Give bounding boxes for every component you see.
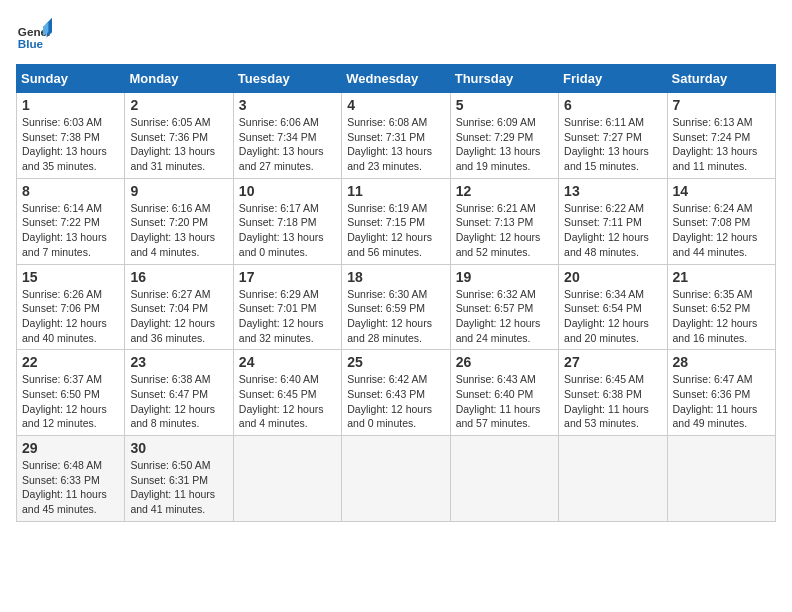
calendar-week-row: 29Sunrise: 6:48 AM Sunset: 6:33 PM Dayli… [17, 436, 776, 522]
logo: General Blue [16, 16, 52, 52]
calendar-day-cell: 22Sunrise: 6:37 AM Sunset: 6:50 PM Dayli… [17, 350, 125, 436]
day-number: 19 [456, 269, 553, 285]
calendar-day-cell: 16Sunrise: 6:27 AM Sunset: 7:04 PM Dayli… [125, 264, 233, 350]
day-info: Sunrise: 6:34 AM Sunset: 6:54 PM Dayligh… [564, 287, 661, 346]
calendar-day-cell: 19Sunrise: 6:32 AM Sunset: 6:57 PM Dayli… [450, 264, 558, 350]
calendar-day-cell: 21Sunrise: 6:35 AM Sunset: 6:52 PM Dayli… [667, 264, 775, 350]
calendar-day-cell: 30Sunrise: 6:50 AM Sunset: 6:31 PM Dayli… [125, 436, 233, 522]
day-number: 11 [347, 183, 444, 199]
weekday-header-friday: Friday [559, 65, 667, 93]
calendar-day-cell: 14Sunrise: 6:24 AM Sunset: 7:08 PM Dayli… [667, 178, 775, 264]
calendar-day-cell: 23Sunrise: 6:38 AM Sunset: 6:47 PM Dayli… [125, 350, 233, 436]
day-info: Sunrise: 6:37 AM Sunset: 6:50 PM Dayligh… [22, 372, 119, 431]
calendar-day-cell: 18Sunrise: 6:30 AM Sunset: 6:59 PM Dayli… [342, 264, 450, 350]
day-number: 5 [456, 97, 553, 113]
calendar-day-cell: 13Sunrise: 6:22 AM Sunset: 7:11 PM Dayli… [559, 178, 667, 264]
calendar-header-row: SundayMondayTuesdayWednesdayThursdayFrid… [17, 65, 776, 93]
calendar-day-cell: 27Sunrise: 6:45 AM Sunset: 6:38 PM Dayli… [559, 350, 667, 436]
day-info: Sunrise: 6:16 AM Sunset: 7:20 PM Dayligh… [130, 201, 227, 260]
day-info: Sunrise: 6:09 AM Sunset: 7:29 PM Dayligh… [456, 115, 553, 174]
day-info: Sunrise: 6:43 AM Sunset: 6:40 PM Dayligh… [456, 372, 553, 431]
calendar-day-cell: 28Sunrise: 6:47 AM Sunset: 6:36 PM Dayli… [667, 350, 775, 436]
svg-text:Blue: Blue [18, 37, 44, 50]
day-number: 29 [22, 440, 119, 456]
calendar-day-cell [450, 436, 558, 522]
calendar-day-cell: 20Sunrise: 6:34 AM Sunset: 6:54 PM Dayli… [559, 264, 667, 350]
day-number: 16 [130, 269, 227, 285]
day-info: Sunrise: 6:32 AM Sunset: 6:57 PM Dayligh… [456, 287, 553, 346]
day-number: 3 [239, 97, 336, 113]
calendar-day-cell: 7Sunrise: 6:13 AM Sunset: 7:24 PM Daylig… [667, 93, 775, 179]
logo-icon: General Blue [16, 16, 52, 52]
day-number: 23 [130, 354, 227, 370]
day-info: Sunrise: 6:29 AM Sunset: 7:01 PM Dayligh… [239, 287, 336, 346]
calendar-day-cell: 4Sunrise: 6:08 AM Sunset: 7:31 PM Daylig… [342, 93, 450, 179]
day-info: Sunrise: 6:27 AM Sunset: 7:04 PM Dayligh… [130, 287, 227, 346]
day-info: Sunrise: 6:21 AM Sunset: 7:13 PM Dayligh… [456, 201, 553, 260]
day-number: 22 [22, 354, 119, 370]
day-info: Sunrise: 6:42 AM Sunset: 6:43 PM Dayligh… [347, 372, 444, 431]
day-number: 18 [347, 269, 444, 285]
calendar-day-cell: 29Sunrise: 6:48 AM Sunset: 6:33 PM Dayli… [17, 436, 125, 522]
day-info: Sunrise: 6:14 AM Sunset: 7:22 PM Dayligh… [22, 201, 119, 260]
weekday-header-sunday: Sunday [17, 65, 125, 93]
day-info: Sunrise: 6:40 AM Sunset: 6:45 PM Dayligh… [239, 372, 336, 431]
day-info: Sunrise: 6:26 AM Sunset: 7:06 PM Dayligh… [22, 287, 119, 346]
calendar-day-cell: 1Sunrise: 6:03 AM Sunset: 7:38 PM Daylig… [17, 93, 125, 179]
day-number: 26 [456, 354, 553, 370]
day-info: Sunrise: 6:13 AM Sunset: 7:24 PM Dayligh… [673, 115, 770, 174]
day-number: 27 [564, 354, 661, 370]
day-info: Sunrise: 6:38 AM Sunset: 6:47 PM Dayligh… [130, 372, 227, 431]
day-number: 13 [564, 183, 661, 199]
day-number: 30 [130, 440, 227, 456]
day-number: 12 [456, 183, 553, 199]
day-number: 1 [22, 97, 119, 113]
day-info: Sunrise: 6:50 AM Sunset: 6:31 PM Dayligh… [130, 458, 227, 517]
weekday-header-wednesday: Wednesday [342, 65, 450, 93]
weekday-header-monday: Monday [125, 65, 233, 93]
day-info: Sunrise: 6:03 AM Sunset: 7:38 PM Dayligh… [22, 115, 119, 174]
calendar-day-cell: 25Sunrise: 6:42 AM Sunset: 6:43 PM Dayli… [342, 350, 450, 436]
calendar-day-cell: 10Sunrise: 6:17 AM Sunset: 7:18 PM Dayli… [233, 178, 341, 264]
calendar-day-cell: 24Sunrise: 6:40 AM Sunset: 6:45 PM Dayli… [233, 350, 341, 436]
day-number: 15 [22, 269, 119, 285]
calendar-day-cell [667, 436, 775, 522]
calendar-day-cell [233, 436, 341, 522]
day-info: Sunrise: 6:06 AM Sunset: 7:34 PM Dayligh… [239, 115, 336, 174]
day-info: Sunrise: 6:05 AM Sunset: 7:36 PM Dayligh… [130, 115, 227, 174]
day-info: Sunrise: 6:08 AM Sunset: 7:31 PM Dayligh… [347, 115, 444, 174]
calendar-day-cell: 12Sunrise: 6:21 AM Sunset: 7:13 PM Dayli… [450, 178, 558, 264]
day-number: 14 [673, 183, 770, 199]
calendar-day-cell: 11Sunrise: 6:19 AM Sunset: 7:15 PM Dayli… [342, 178, 450, 264]
calendar-day-cell: 9Sunrise: 6:16 AM Sunset: 7:20 PM Daylig… [125, 178, 233, 264]
day-info: Sunrise: 6:35 AM Sunset: 6:52 PM Dayligh… [673, 287, 770, 346]
calendar-week-row: 15Sunrise: 6:26 AM Sunset: 7:06 PM Dayli… [17, 264, 776, 350]
day-number: 8 [22, 183, 119, 199]
calendar-week-row: 8Sunrise: 6:14 AM Sunset: 7:22 PM Daylig… [17, 178, 776, 264]
day-info: Sunrise: 6:24 AM Sunset: 7:08 PM Dayligh… [673, 201, 770, 260]
calendar-table: SundayMondayTuesdayWednesdayThursdayFrid… [16, 64, 776, 522]
day-number: 20 [564, 269, 661, 285]
calendar-week-row: 1Sunrise: 6:03 AM Sunset: 7:38 PM Daylig… [17, 93, 776, 179]
day-info: Sunrise: 6:48 AM Sunset: 6:33 PM Dayligh… [22, 458, 119, 517]
day-info: Sunrise: 6:30 AM Sunset: 6:59 PM Dayligh… [347, 287, 444, 346]
day-number: 6 [564, 97, 661, 113]
day-number: 17 [239, 269, 336, 285]
calendar-day-cell: 17Sunrise: 6:29 AM Sunset: 7:01 PM Dayli… [233, 264, 341, 350]
day-number: 21 [673, 269, 770, 285]
calendar-day-cell [559, 436, 667, 522]
calendar-week-row: 22Sunrise: 6:37 AM Sunset: 6:50 PM Dayli… [17, 350, 776, 436]
day-info: Sunrise: 6:22 AM Sunset: 7:11 PM Dayligh… [564, 201, 661, 260]
day-info: Sunrise: 6:17 AM Sunset: 7:18 PM Dayligh… [239, 201, 336, 260]
day-number: 28 [673, 354, 770, 370]
weekday-header-tuesday: Tuesday [233, 65, 341, 93]
calendar-day-cell: 26Sunrise: 6:43 AM Sunset: 6:40 PM Dayli… [450, 350, 558, 436]
calendar-day-cell: 5Sunrise: 6:09 AM Sunset: 7:29 PM Daylig… [450, 93, 558, 179]
day-number: 25 [347, 354, 444, 370]
calendar-day-cell: 6Sunrise: 6:11 AM Sunset: 7:27 PM Daylig… [559, 93, 667, 179]
calendar-day-cell: 8Sunrise: 6:14 AM Sunset: 7:22 PM Daylig… [17, 178, 125, 264]
weekday-header-thursday: Thursday [450, 65, 558, 93]
calendar-body: 1Sunrise: 6:03 AM Sunset: 7:38 PM Daylig… [17, 93, 776, 522]
day-number: 10 [239, 183, 336, 199]
weekday-header-saturday: Saturday [667, 65, 775, 93]
